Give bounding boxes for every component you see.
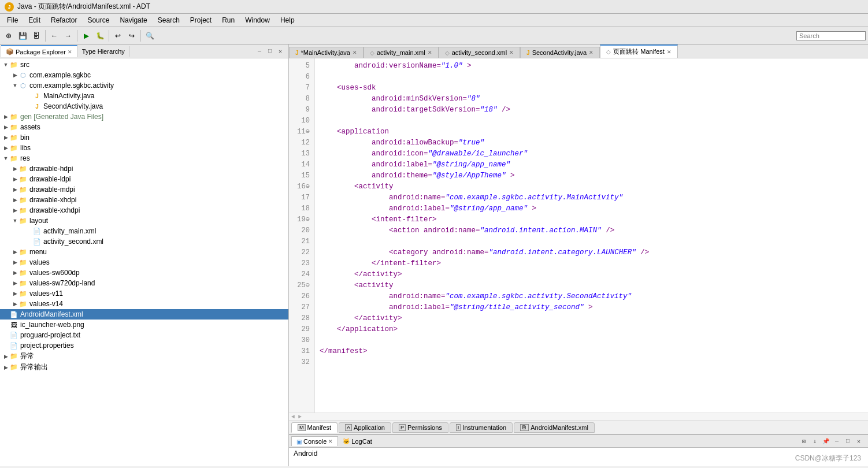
tree-src[interactable]: ▼ 📁 src: [0, 60, 288, 70]
code-content: android:versionName="1.0" > <uses-sdk an…: [315, 58, 868, 413]
toolbar-save-all[interactable]: 🗄: [30, 29, 43, 42]
manifest-tab-permissions[interactable]: P Permissions: [392, 422, 448, 433]
console-clear-icon[interactable]: ⊠: [799, 437, 808, 446]
hscroll-bar[interactable]: ◄ ►: [289, 413, 868, 421]
menu-help[interactable]: Help: [276, 15, 299, 25]
tree-res[interactable]: ▼ 📁 res: [0, 153, 288, 164]
tree-activity-second-xml[interactable]: 📄 activity_second.xml: [0, 236, 288, 247]
tree-yichang[interactable]: ▶ 📁 异常: [0, 351, 288, 362]
tree-values-v11[interactable]: ▶ 📁 values-v11: [0, 288, 288, 299]
tab-package-explorer[interactable]: 📦 Package Explorer ✕: [1, 45, 77, 57]
tree-proguard[interactable]: 📄 proguard-project.txt: [0, 330, 288, 340]
menu-refactor[interactable]: Refactor: [46, 15, 81, 25]
menubar: File Edit Refactor Source Navigate Searc…: [0, 14, 868, 27]
menu-project[interactable]: Project: [186, 15, 216, 25]
tree-secondactivity[interactable]: J SecondActivity.java: [0, 101, 288, 112]
tree-androidmanifest[interactable]: 📄 AndroidManifest.xml: [0, 309, 288, 320]
tab-type-hierarchy[interactable]: Type Hierarchy: [77, 46, 130, 57]
tree-ic-launcher[interactable]: 🖼 ic_launcher-web.png: [0, 320, 288, 330]
tab-manifest-label: 页面跳转 Manifest: [613, 47, 665, 56]
instrumentation-tab-label: Instrumentation: [462, 424, 506, 431]
tree-yichang-output[interactable]: ▶ 📁 异常输出: [0, 362, 288, 373]
mdpi-label: drawable-mdpi: [29, 185, 75, 194]
tree-layout[interactable]: ▼ 📁 layout: [0, 216, 288, 226]
xmlfile-tab-label: AndroidManifest.xml: [531, 424, 588, 431]
menu-edit[interactable]: Edit: [24, 15, 45, 25]
manifest-tab-instrumentation[interactable]: I Instrumentation: [450, 422, 513, 433]
tab-actsec-close[interactable]: ✕: [509, 50, 514, 55]
menu-file[interactable]: File: [2, 15, 23, 25]
tree-com-example-sgkbc-activity[interactable]: ▼ ⬡ com.example.sgkbc.activity: [0, 80, 288, 91]
code-area[interactable]: 5 6 7 8 9 10 11⊖ 12 13 14 15 16⊖ 17 18 1…: [289, 58, 868, 413]
menu-navigate[interactable]: Navigate: [115, 15, 151, 25]
tab-mainactivity-java[interactable]: J *MainActivity.java ✕: [289, 47, 363, 58]
tree-project-properties[interactable]: 📄 project.properties: [0, 340, 288, 351]
tree-menu[interactable]: ▶ 📁 menu: [0, 247, 288, 257]
tree-values-v14[interactable]: ▶ 📁 values-v14: [0, 299, 288, 309]
console-pin-icon[interactable]: 📌: [821, 437, 830, 446]
tree-drawable-xxhdpi[interactable]: ▶ 📁 drawable-xxhdpi: [0, 205, 288, 216]
toolbar-search-input[interactable]: [796, 31, 866, 40]
console-scroll-icon[interactable]: ⇓: [810, 437, 819, 446]
close-panel-icon[interactable]: ✕: [276, 47, 285, 56]
toolbar-back[interactable]: ←: [48, 29, 61, 42]
menu-window[interactable]: Window: [240, 15, 275, 25]
tree-com-example-sgkbc[interactable]: ▶ ⬡ com.example.sgkbc: [0, 70, 288, 80]
manifest-tab-manifest[interactable]: M Manifest: [291, 422, 337, 433]
maximize-icon[interactable]: □: [265, 47, 275, 56]
toolbar-debug[interactable]: 🐛: [94, 29, 106, 42]
right-panel: J *MainActivity.java ✕ ◇ activity_main.x…: [289, 44, 868, 466]
menu-source[interactable]: Source: [83, 15, 114, 25]
tab-activity-main-xml[interactable]: ◇ activity_main.xml ✕: [363, 47, 439, 58]
minimize-icon[interactable]: —: [255, 47, 264, 56]
console-tab-logcat[interactable]: 🐱 LogCat: [338, 437, 376, 446]
tree-assets[interactable]: ▶ 📁 assets: [0, 122, 288, 132]
toolbar-new[interactable]: ⊕: [2, 29, 15, 42]
tab-manifest-close[interactable]: ✕: [667, 49, 672, 55]
tree-drawable-xhdpi[interactable]: ▶ 📁 drawable-xhdpi: [0, 195, 288, 205]
toolbar-forward[interactable]: →: [62, 29, 75, 42]
logcat-icon: 🐱: [343, 438, 350, 444]
tab-activity-second-xml[interactable]: ◇ activity_second.xml ✕: [439, 47, 520, 58]
tab-mainactivity-close[interactable]: ✕: [353, 50, 357, 55]
tree-bin[interactable]: ▶ 📁 bin: [0, 132, 288, 143]
tree-drawable-mdpi[interactable]: ▶ 📁 drawable-mdpi: [0, 184, 288, 195]
tree-values-sw720dp-land[interactable]: ▶ 📁 values-sw720dp-land: [0, 278, 288, 288]
tab-actmain-close[interactable]: ✕: [428, 50, 432, 55]
panel-tab-icons: — □ ✕: [253, 47, 287, 56]
toolbar-run[interactable]: ▶: [80, 29, 92, 42]
tree-libs[interactable]: ▶ 📁 libs: [0, 143, 288, 153]
console-tab-close[interactable]: ✕: [328, 439, 333, 444]
tree-values-sw600dp[interactable]: ▶ 📁 values-sw600dp: [0, 268, 288, 278]
manifest-tab-label: Manifest: [307, 424, 332, 431]
console-tab-console[interactable]: ▣ Console ✕: [291, 436, 338, 446]
toolbar-save[interactable]: 💾: [16, 29, 29, 42]
mainactivity-label: MainActivity.java: [43, 92, 94, 100]
tree-drawable-ldpi[interactable]: ▶ 📁 drawable-ldpi: [0, 174, 288, 184]
toolbar-redo[interactable]: ↪: [125, 29, 138, 42]
console-close-icon[interactable]: ✕: [854, 437, 863, 446]
console-minimize-icon[interactable]: —: [832, 437, 841, 446]
toolbar-undo[interactable]: ↩: [112, 29, 124, 42]
projprop-label: project.properties: [20, 341, 74, 350]
manifest-tab-application[interactable]: A Application: [339, 422, 391, 433]
tree-activity-main-xml[interactable]: 📄 activity_main.xml: [0, 226, 288, 236]
tree-mainactivity[interactable]: J MainActivity.java: [0, 91, 288, 101]
tree-gen[interactable]: ▶ 📁 gen [Generated Java Files]: [0, 112, 288, 122]
manifest-tab-xmlfile[interactable]: 🖹 AndroidManifest.xml: [514, 422, 595, 433]
menu-search[interactable]: Search: [153, 15, 184, 25]
bin-arrow: ▶: [2, 135, 9, 140]
tab-manifest[interactable]: ◇ 页面跳转 Manifest ✕: [600, 44, 678, 58]
tree-drawable-hdpi[interactable]: ▶ 📁 drawable-hdpi: [0, 164, 288, 174]
console-tab-label: Console: [303, 438, 327, 445]
toolbar-search-btn[interactable]: 🔍: [143, 29, 156, 42]
manifest-tabs: M Manifest A Application P Permissions I…: [289, 421, 868, 434]
console-maximize-icon[interactable]: □: [843, 437, 852, 446]
console-icon: ▣: [296, 439, 302, 445]
package-explorer-close[interactable]: ✕: [68, 49, 72, 55]
gen-arrow: ▶: [2, 114, 9, 120]
tab-secondactivity-java[interactable]: J SecondActivity.java ✕: [520, 47, 600, 58]
tab-secondactivity-close[interactable]: ✕: [589, 50, 593, 55]
menu-run[interactable]: Run: [217, 15, 239, 25]
tree-values[interactable]: ▶ 📁 values: [0, 257, 288, 268]
